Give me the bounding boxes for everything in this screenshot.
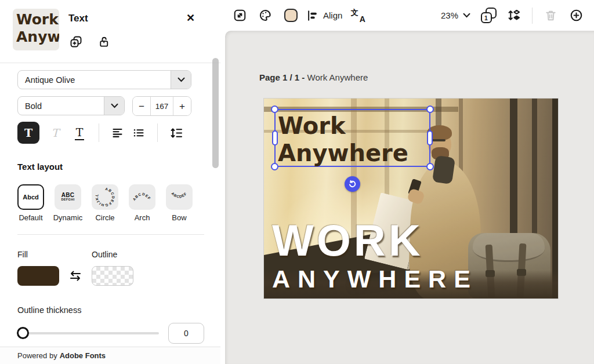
layout-option-arch[interactable]: ABCDEFG — [129, 184, 155, 210]
delete-page-button[interactable] — [541, 6, 560, 26]
divider — [532, 8, 533, 24]
align-button[interactable]: Align — [306, 6, 342, 26]
outline-thickness-value[interactable]: 0 — [168, 323, 204, 344]
rotate-handle[interactable] — [345, 176, 360, 192]
text-selection-box[interactable]: Work Anywhere — [274, 109, 430, 167]
divider — [17, 234, 204, 235]
text-layout-heading: Text layout — [17, 162, 204, 172]
background-color-swatch — [284, 9, 298, 22]
align-icon — [306, 9, 319, 22]
powered-by-text: Powered by — [17, 351, 57, 360]
outline-thickness-label: Outline thickness — [17, 305, 204, 315]
slider-knob[interactable] — [17, 327, 29, 339]
outline-thickness-slider[interactable] — [17, 327, 159, 340]
line-spacing-icon — [170, 126, 183, 140]
font-family-select[interactable]: Antique Olive — [17, 70, 191, 89]
resize-handle-top-right[interactable] — [426, 105, 434, 113]
font-family-value: Antique Olive — [18, 75, 171, 85]
resize-handle-middle-right[interactable] — [427, 130, 433, 145]
slider-track — [17, 332, 159, 334]
resize-icon — [233, 8, 247, 23]
resize-handle-bottom-right[interactable] — [426, 163, 434, 170]
bullet-list-icon — [132, 126, 145, 139]
close-panel-button[interactable]: ✕ — [186, 13, 195, 23]
translate-icon: 文 A — [351, 9, 365, 23]
zoom-level: 23% — [441, 10, 458, 20]
layout-label: Dynamic — [53, 213, 83, 222]
rotate-icon — [348, 180, 357, 188]
chevron-down-icon — [463, 13, 470, 18]
add-page-button[interactable] — [566, 6, 586, 26]
bold-button[interactable]: T — [17, 122, 39, 144]
resize-handle-middle-left[interactable] — [272, 130, 278, 145]
bow-text-icon: ABCDEFG — [168, 186, 190, 208]
underline-button[interactable]: T — [68, 122, 90, 144]
color-palette-button[interactable] — [255, 6, 275, 26]
fill-color-swatch[interactable] — [17, 266, 59, 286]
selected-text-element[interactable]: Work Anywhere — [278, 112, 408, 167]
fill-label: Fill — [17, 250, 59, 259]
svg-text:ABCDEFG: ABCDEFG — [131, 186, 152, 201]
panel-header: Work Anyw Text — [0, 0, 220, 63]
text-align-button[interactable] — [107, 122, 128, 143]
line-spacing-button[interactable] — [166, 122, 187, 143]
divider — [157, 123, 158, 142]
duplicate-button[interactable] — [68, 34, 84, 49]
font-size-value[interactable]: 167 — [150, 97, 173, 115]
canvas-toolbar: Align 文 A 23% 1 — [220, 0, 594, 31]
panel-scrollbar[interactable] — [212, 58, 219, 168]
panel-footer: Powered by Adobe Fonts — [0, 347, 220, 364]
layout-label: Circle — [95, 213, 114, 222]
text-layout-options: Abcd Default ABC DEFGHI Dynamic — [17, 184, 204, 222]
font-weight-value: Bold — [18, 101, 104, 111]
outline-color-swatch[interactable] — [92, 266, 133, 286]
divider — [99, 123, 99, 142]
text-preview: Work Anyw — [16, 11, 58, 46]
layout-option-dynamic[interactable]: ABC DEFGHI — [55, 184, 81, 210]
background-color-button[interactable] — [281, 6, 300, 26]
font-size-decrease-button[interactable]: − — [133, 97, 150, 115]
image-headline: WORK ANYWHERE — [272, 219, 478, 292]
text-preview-thumbnail: Work Anyw — [13, 9, 59, 50]
translate-button[interactable]: 文 A — [348, 6, 368, 26]
editor-area: Align 文 A 23% 1 — [220, 0, 594, 364]
resize-handle-bottom-left[interactable] — [271, 163, 278, 170]
plus-circle-icon — [569, 8, 584, 23]
font-size-increase-button[interactable]: + — [173, 97, 191, 115]
svg-text:ABCDEFG: ABCDEFG — [168, 186, 187, 199]
reorder-pages-icon — [507, 8, 521, 23]
outline-label: Outline — [92, 250, 133, 259]
chevron-down-icon — [171, 71, 191, 89]
layout-option-circle[interactable]: ABCDEFGHIJKL — [92, 184, 118, 210]
panel-title: Text — [68, 13, 111, 24]
pages-icon: 1 — [481, 8, 497, 23]
app-window: Work Anyw Text — [0, 0, 594, 364]
text-properties-panel: Work Anyw Text — [0, 0, 220, 364]
page-label: Page 1 / 1 - Work Anywhere — [259, 72, 368, 82]
align-left-icon — [111, 126, 124, 139]
font-weight-select[interactable]: Bold — [17, 96, 125, 115]
canvas-area[interactable]: Page 1 / 1 - Work Anywhere — [225, 31, 594, 364]
resize-button[interactable] — [230, 6, 249, 26]
layout-label: Bow — [172, 213, 186, 222]
zoom-control[interactable]: 23% — [439, 10, 473, 20]
layout-option-default[interactable]: Abcd — [17, 184, 44, 210]
unlock-button[interactable] — [96, 34, 111, 49]
chevron-down-icon — [104, 97, 124, 115]
list-button[interactable] — [128, 122, 149, 143]
svg-text:ABCDEFGHIJKL: ABCDEFGHIJKL — [95, 187, 115, 208]
resize-handle-top-left[interactable] — [271, 105, 278, 113]
swap-fill-outline-button[interactable] — [68, 270, 82, 282]
trash-icon — [544, 9, 557, 22]
italic-button[interactable]: T — [44, 122, 66, 144]
font-size-stepper: − 167 + — [132, 96, 191, 116]
adobe-fonts-link[interactable]: Adobe Fonts — [60, 351, 106, 360]
duplicate-icon — [69, 35, 83, 49]
reorder-pages-button[interactable] — [504, 6, 524, 26]
design-page[interactable]: WORK ANYWHERE Work Anywhere — [264, 99, 558, 299]
pages-button[interactable]: 1 — [479, 6, 498, 26]
palette-icon — [258, 8, 273, 23]
layout-option-bow[interactable]: ABCDEFG — [166, 184, 193, 210]
circle-text-icon: ABCDEFGHIJKL — [94, 186, 116, 208]
arch-text-icon: ABCDEFG — [131, 186, 153, 208]
